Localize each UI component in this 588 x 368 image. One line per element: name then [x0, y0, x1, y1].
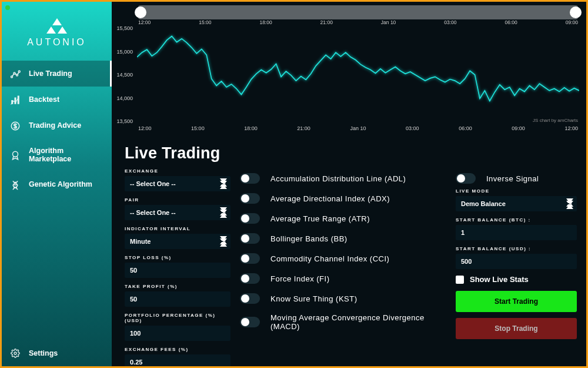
- toggle-bollinger-bands-bb-[interactable]: [240, 233, 260, 244]
- page-title: Live Trading: [125, 144, 580, 163]
- price-chart[interactable]: 12:0015:0018:0021:00Jan 1003:0006:0009:0…: [112, 2, 586, 136]
- stop_loss-label: STOP LOSS (%): [125, 255, 230, 260]
- indicators-column: Accumulation Distribution Line (ADL)Aver…: [236, 168, 452, 366]
- nav-label: Backtest: [29, 95, 59, 104]
- show-live-stats-checkbox[interactable]: [456, 276, 464, 284]
- toggle-commodity-channel-index-cci-[interactable]: [240, 253, 260, 264]
- dna-icon: [10, 180, 21, 189]
- indicator-label: Average Directional Index (ADX): [270, 194, 390, 203]
- indicator-label: Commodity Channel Index (CCI): [270, 254, 389, 263]
- brand: AUTONIO: [2, 10, 112, 61]
- take_profit-input[interactable]: [125, 291, 230, 307]
- right-column: Inverse Signal LIVE MODE Demo Balance ▲▼…: [455, 168, 580, 366]
- timeline-scrubber[interactable]: [138, 5, 578, 19]
- toggle-force-index-fi-[interactable]: [240, 273, 260, 284]
- stop-trading-button[interactable]: Stop Trading: [456, 318, 577, 339]
- indicator-label: Accumulation Distribution Line (ADL): [270, 174, 406, 183]
- sidebar-item-backtest[interactable]: Backtest: [2, 87, 112, 112]
- nav-label: Genetic Algorithm: [29, 180, 92, 188]
- start-btc-input[interactable]: [456, 225, 577, 240]
- status-dot-icon: [5, 5, 10, 10]
- brand-logo-icon: [2, 18, 112, 34]
- indicator-label: Know Sure Thing (KST): [270, 294, 358, 303]
- chart-y-axis: 15,50015,00014,50014,00013,500: [112, 25, 135, 124]
- indicator-label: Moving Average Convergence Divergence (M…: [270, 313, 435, 331]
- live-mode-select[interactable]: Demo Balance: [456, 196, 577, 211]
- timeline-ticks: 12:0015:0018:0021:00Jan 1003:0006:0009:0…: [138, 19, 578, 25]
- inverse-signal-label: Inverse Signal: [486, 174, 539, 183]
- svg-point-8: [13, 151, 18, 157]
- toggle-average-directional-index-adx-[interactable]: [240, 193, 260, 204]
- exchange-label: EXCHANGE: [125, 168, 230, 174]
- pair-select[interactable]: -- Select One --: [125, 205, 230, 220]
- indicator-label: Force Index (FI): [270, 274, 329, 283]
- svg-point-9: [14, 352, 16, 354]
- chart-credit: JS chart by amCharts: [533, 118, 578, 123]
- toggle-moving-average-convergence-divergence-macd-[interactable]: [240, 317, 260, 327]
- sidebar-item-trading-advice[interactable]: Trading Advice: [2, 112, 112, 138]
- svg-point-3: [18, 71, 20, 72]
- bars-icon: [10, 95, 21, 104]
- main: 12:0015:0018:0021:00Jan 1003:0006:0009:0…: [112, 2, 586, 366]
- sidebar: AUTONIO Live TradingBacktestTrading Advi…: [2, 2, 112, 366]
- toggle-know-sure-thing-kst-[interactable]: [240, 293, 260, 304]
- indicator-label: Average True Range (ATR): [270, 214, 370, 223]
- start-usd-label: START BALANCE (USD) :: [456, 246, 577, 251]
- sidebar-item-algorithm-marketplace[interactable]: Algorithm Marketplace: [2, 138, 112, 171]
- chart-x-axis: 12:0015:0018:0021:00Jan 1003:0006:0009:0…: [138, 125, 578, 131]
- nav-label: Trading Advice: [29, 121, 81, 130]
- stop_loss-input[interactable]: [125, 263, 230, 278]
- sidebar-item-settings[interactable]: Settings: [2, 340, 112, 366]
- toggle-average-true-range-atr-[interactable]: [240, 213, 260, 224]
- pair-label: PAIR: [125, 197, 230, 203]
- show-live-stats-label: Show Live Stats: [470, 275, 529, 284]
- svg-rect-6: [18, 96, 19, 104]
- brand-name: AUTONIO: [2, 37, 112, 48]
- start-trading-button[interactable]: Start Trading: [456, 291, 577, 312]
- sidebar-item-genetic-algorithm[interactable]: Genetic Algorithm: [2, 171, 112, 197]
- live-mode-label: LIVE MODE: [456, 188, 577, 194]
- left-column: EXCHANGE-- Select One --▲▼PAIR-- Select …: [125, 168, 234, 366]
- dollar-icon: [10, 121, 21, 130]
- badge-icon: [10, 150, 21, 160]
- chart-line-icon: [10, 69, 21, 78]
- nav: Live TradingBacktestTrading AdviceAlgori…: [2, 61, 112, 340]
- take_profit-label: TAKE PROFIT (%): [125, 284, 230, 289]
- svg-rect-5: [15, 98, 16, 104]
- inverse-signal-toggle[interactable]: [456, 173, 476, 184]
- start-usd-input[interactable]: [456, 254, 577, 269]
- sidebar-item-live-trading[interactable]: Live Trading: [2, 61, 112, 87]
- chart-plot: [137, 25, 579, 124]
- nav-label: Live Trading: [29, 69, 72, 78]
- portfolio_pct-input[interactable]: [125, 326, 230, 341]
- portfolio_pct-label: PORTFOLIO PERCENTAGE (%) (USD): [125, 313, 230, 323]
- indicator-label: Bollinger Bands (BB): [270, 234, 348, 243]
- exchange-select[interactable]: -- Select One --: [125, 176, 230, 191]
- settings-label: Settings: [29, 349, 58, 357]
- indicator_interval-select[interactable]: Minute: [125, 234, 230, 249]
- nav-label: Algorithm Marketplace: [29, 147, 103, 163]
- exchange_fees-input[interactable]: [125, 354, 230, 366]
- toggle-accumulation-distribution-line-adl-[interactable]: [240, 173, 260, 184]
- gear-icon: [10, 349, 21, 358]
- indicator_interval-label: INDICATOR INTERVAL: [125, 226, 230, 231]
- start-btc-label: START BALANCE (BTC) :: [456, 217, 577, 223]
- exchange_fees-label: EXCHANGE FEES (%): [125, 347, 230, 352]
